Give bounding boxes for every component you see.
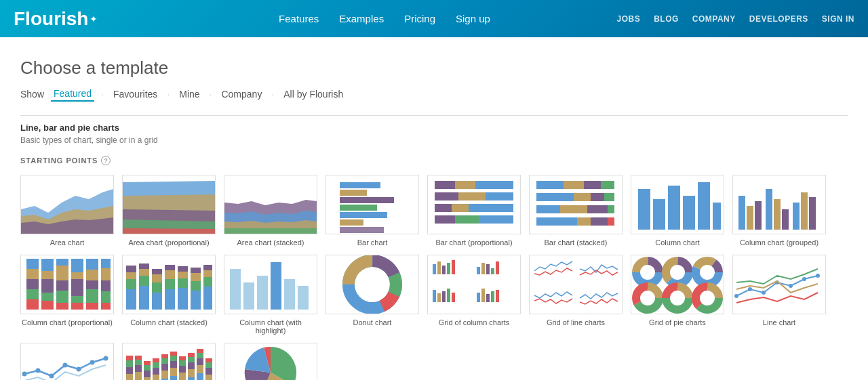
nav-company[interactable]: COMPANY <box>692 14 736 24</box>
svg-rect-58 <box>683 196 695 230</box>
svg-rect-56 <box>653 199 665 230</box>
svg-rect-242 <box>179 360 186 366</box>
template-card[interactable]: Bar chart (proportional) <box>427 175 521 247</box>
svg-rect-128 <box>203 277 212 287</box>
template-card[interactable]: Area chart (proportional) <box>122 175 216 247</box>
nav-examples[interactable]: Examples <box>339 13 384 24</box>
svg-rect-33 <box>435 204 452 212</box>
svg-rect-72 <box>26 259 39 269</box>
svg-rect-109 <box>139 269 149 276</box>
svg-rect-80 <box>41 293 54 301</box>
template-name: Area chart (proportional) <box>122 238 216 247</box>
svg-rect-63 <box>747 206 753 230</box>
svg-rect-27 <box>435 181 455 189</box>
nav-pricing[interactable]: Pricing <box>404 13 435 24</box>
filter-company[interactable]: Company <box>218 87 264 101</box>
svg-rect-30 <box>435 192 458 200</box>
template-card[interactable]: Bar chart (stacked) <box>529 175 623 247</box>
svg-rect-230 <box>161 371 168 379</box>
svg-rect-159 <box>447 289 450 302</box>
section-subtitle: Basic types of chart, single or in a gri… <box>20 135 848 145</box>
svg-rect-59 <box>698 182 710 230</box>
svg-point-179 <box>702 267 713 278</box>
template-thumb <box>122 255 216 314</box>
filter-featured[interactable]: Featured <box>51 87 94 102</box>
template-card[interactable]: Column chart (with highlight) <box>224 255 317 335</box>
template-thumb <box>732 255 826 314</box>
nav-developers[interactable]: DEVELOPERS <box>749 14 808 24</box>
template-card[interactable]: Area chart <box>20 175 114 247</box>
logo-star: ✦ <box>90 14 98 24</box>
svg-rect-87 <box>71 259 83 272</box>
svg-rect-148 <box>442 266 446 274</box>
svg-rect-124 <box>191 281 201 291</box>
svg-rect-44 <box>591 193 604 201</box>
template-card[interactable]: Column chart (stacked) <box>122 255 216 335</box>
nav-signup[interactable]: Sign up <box>456 13 490 24</box>
svg-rect-245 <box>188 369 195 377</box>
template-thumb <box>20 343 114 380</box>
svg-rect-129 <box>203 270 212 277</box>
svg-rect-18 <box>340 190 367 196</box>
svg-point-187 <box>672 293 683 303</box>
header: Flourish✦ Features Examples Pricing Sign… <box>0 0 868 37</box>
template-thumb <box>326 255 419 314</box>
svg-rect-77 <box>41 259 54 271</box>
svg-rect-244 <box>188 377 195 380</box>
svg-rect-150 <box>452 260 455 274</box>
svg-rect-228 <box>153 358 159 362</box>
filter-favourites[interactable]: Favourites <box>111 87 160 101</box>
filter-all-flourish[interactable]: All by Flourish <box>281 87 346 101</box>
svg-rect-241 <box>179 366 186 373</box>
svg-point-205 <box>77 367 81 372</box>
nav-jobs[interactable]: JOBS <box>616 14 640 24</box>
svg-rect-85 <box>56 291 68 303</box>
template-card[interactable]: Grid of column charts <box>427 255 521 335</box>
svg-rect-249 <box>197 373 203 380</box>
svg-rect-166 <box>530 255 622 314</box>
template-card[interactable]: Multiseries grid <box>122 343 216 380</box>
template-card[interactable]: Pie chart <box>224 343 317 380</box>
template-card[interactable]: Column chart <box>631 175 724 247</box>
svg-rect-145 <box>428 255 520 314</box>
template-card[interactable]: Column chart (proportional) <box>20 255 114 335</box>
svg-rect-101 <box>101 303 111 310</box>
template-card[interactable]: Line chart (with highlight) <box>20 343 114 380</box>
help-icon[interactable]: ? <box>101 156 111 165</box>
nav-features[interactable]: Features <box>279 13 319 24</box>
template-name: Bar chart (stacked) <box>529 238 623 247</box>
template-card[interactable]: Area chart (stacked) <box>224 175 317 247</box>
template-card[interactable]: Grid of pie charts <box>631 255 724 335</box>
svg-rect-112 <box>152 282 162 293</box>
svg-rect-234 <box>170 376 177 380</box>
svg-rect-227 <box>153 362 159 368</box>
svg-rect-247 <box>188 357 195 362</box>
svg-rect-90 <box>71 296 83 303</box>
svg-point-195 <box>762 291 766 295</box>
template-card[interactable]: Donut chart <box>326 255 419 335</box>
template-card[interactable]: Column chart (grouped) <box>732 175 826 247</box>
svg-rect-192 <box>733 255 825 314</box>
template-card[interactable]: Line chart <box>732 255 826 335</box>
template-card[interactable]: Grid of line charts <box>529 255 623 335</box>
svg-rect-93 <box>86 270 98 280</box>
svg-rect-53 <box>608 217 614 226</box>
template-thumb <box>20 175 114 234</box>
svg-rect-151 <box>477 267 480 274</box>
template-card[interactable]: Bar chart <box>326 175 419 247</box>
svg-rect-123 <box>191 291 201 310</box>
svg-rect-107 <box>139 286 149 310</box>
svg-rect-98 <box>101 268 111 280</box>
nav-signin[interactable]: SIGN IN <box>822 14 854 24</box>
logo-text[interactable]: Flourish <box>14 8 88 30</box>
template-name: Column chart (with highlight) <box>224 318 317 335</box>
svg-point-191 <box>702 293 713 303</box>
template-thumb <box>122 175 216 234</box>
filter-mine[interactable]: Mine <box>176 87 202 101</box>
svg-rect-103 <box>126 289 136 310</box>
svg-rect-106 <box>126 266 136 272</box>
nav-blog[interactable]: BLOG <box>654 14 679 24</box>
svg-rect-57 <box>668 186 680 230</box>
svg-rect-83 <box>56 266 68 280</box>
svg-rect-221 <box>144 371 151 377</box>
